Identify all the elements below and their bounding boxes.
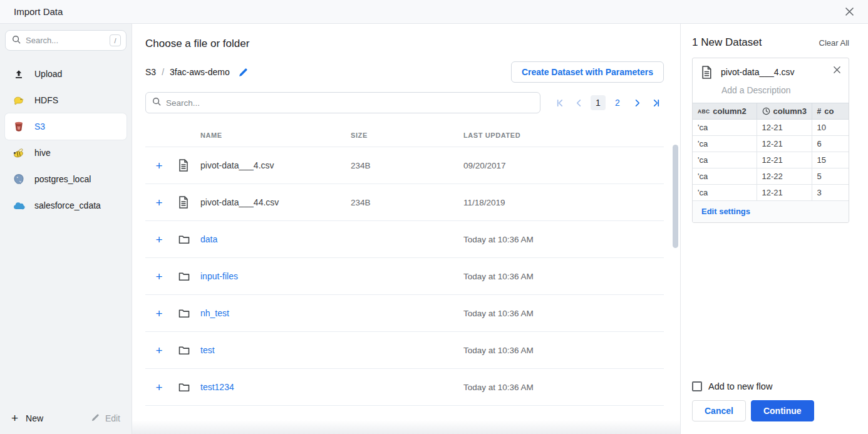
prev-page-icon[interactable]	[571, 95, 586, 110]
add-to-new-flow-checkbox-row[interactable]: Add to new flow	[692, 381, 849, 391]
preview-column-header: #co	[812, 103, 849, 119]
hive-bee-icon	[13, 148, 25, 158]
table-row[interactable]: +dataToday at 10:36 AM	[145, 221, 664, 258]
edit-settings-link[interactable]: Edit settings	[693, 201, 849, 222]
add-description-field[interactable]: Add a Description	[693, 81, 849, 103]
table-row[interactable]: +pivot-data___4.csv234B09/20/2017	[145, 147, 664, 184]
add-dataset-plus-icon[interactable]: +	[155, 307, 162, 319]
create-dataset-with-parameters-button[interactable]: Create Dataset with Parameters	[511, 61, 664, 83]
sidebar-item-upload[interactable]: Upload	[5, 61, 127, 87]
last-updated: Today at 10:36 AM	[463, 272, 664, 281]
sidebar-item-postgres_local[interactable]: postgres_local	[5, 166, 127, 192]
file-icon	[173, 159, 198, 172]
cancel-button[interactable]: Cancel	[692, 400, 746, 421]
last-updated: Today at 10:36 AM	[463, 235, 664, 244]
file-size: 234B	[351, 198, 463, 207]
folder-link[interactable]: nh_test	[198, 308, 351, 318]
first-page-icon[interactable]	[552, 95, 567, 110]
preview-cell: 'ca	[693, 184, 757, 200]
postgres-elephant-icon	[13, 173, 25, 185]
preview-column-label: column3	[773, 106, 807, 116]
next-page-icon[interactable]	[629, 95, 644, 110]
file-name: pivot-data___4.csv	[198, 160, 351, 170]
preview-cell: 'ca	[693, 168, 757, 184]
folder-link[interactable]: input-files	[198, 271, 351, 281]
file-icon	[701, 66, 712, 81]
file-search[interactable]	[145, 92, 540, 113]
sidebar-item-label: S3	[34, 121, 45, 132]
new-connection-button[interactable]: + New	[11, 412, 43, 424]
dialog-title: Import Data	[14, 6, 63, 17]
last-updated: 09/20/2017	[463, 161, 664, 170]
last-page-icon[interactable]	[649, 95, 664, 110]
clear-all-link[interactable]: Clear All	[819, 38, 849, 48]
sidebar-item-label: hive	[34, 148, 51, 158]
add-dataset-plus-icon[interactable]: +	[155, 160, 162, 172]
add-dataset-plus-icon[interactable]: +	[155, 344, 162, 356]
sidebar-item-s3[interactable]: S3	[5, 113, 127, 140]
last-updated: 11/18/2019	[463, 198, 664, 207]
preview-column-header: ABCcolumn2	[693, 103, 757, 119]
preview-cell: 5	[812, 168, 849, 184]
file-icon	[173, 196, 198, 209]
folder-link[interactable]: test1234	[198, 382, 351, 392]
pencil-icon	[91, 413, 100, 424]
import-data-dialog: Import Data / UploadHDFSS3hivepostgres_l…	[0, 0, 868, 434]
sidebar-item-salesforce_cdata[interactable]: salesforce_cdata	[5, 192, 127, 219]
panel-heading: Choose a file or folder	[145, 38, 664, 50]
file-table-body: +pivot-data___4.csv234B09/20/2017+pivot-…	[145, 147, 664, 406]
table-row[interactable]: +nh_testToday at 10:36 AM	[145, 295, 664, 332]
dialog-content: / UploadHDFSS3hivepostgres_localsalesfor…	[0, 24, 868, 434]
folder-icon	[173, 309, 198, 318]
preview-column-label: co	[824, 106, 834, 116]
sidebar-item-label: salesforce_cdata	[34, 200, 101, 210]
scrollbar-thumb[interactable]	[673, 145, 678, 248]
dataset-filename: pivot-data___4.csv	[721, 67, 795, 77]
plus-icon: +	[11, 412, 18, 424]
sidebar-search[interactable]: /	[5, 30, 127, 51]
add-dataset-plus-icon[interactable]: +	[155, 234, 162, 245]
file-search-input[interactable]	[166, 98, 534, 108]
page-2-button[interactable]: 2	[610, 95, 625, 110]
continue-button[interactable]: Continue	[751, 400, 814, 421]
preview-cell: 12-22	[757, 168, 812, 184]
table-row[interactable]: +testToday at 10:36 AM	[145, 332, 664, 369]
edit-path-pencil-icon[interactable]	[238, 67, 249, 78]
header-last-updated: LAST UPDATED	[463, 132, 664, 139]
panel-actions: Cancel Continue	[692, 400, 849, 421]
connections-sidebar: / UploadHDFSS3hivepostgres_localsalesfor…	[0, 24, 132, 434]
preview-row: 'ca12-216	[693, 135, 849, 152]
breadcrumb-current: 3fac-aws-demo	[170, 67, 230, 77]
sidebar-search-input[interactable]	[26, 36, 110, 45]
dialog-header: Import Data	[0, 0, 868, 24]
clock-icon	[762, 107, 770, 115]
last-updated: Today at 10:36 AM	[463, 346, 664, 355]
dataset-card: pivot-data___4.csv Add a Description ABC…	[692, 58, 849, 223]
new-dataset-panel: 1 New Dataset Clear All pivot-data___4.c…	[680, 24, 868, 434]
breadcrumb-root[interactable]: S3	[145, 67, 156, 77]
checkbox-unchecked-icon[interactable]	[692, 381, 702, 391]
page-1-button[interactable]: 1	[591, 95, 606, 110]
table-row[interactable]: +test1234Today at 10:36 AM	[145, 369, 664, 406]
add-dataset-plus-icon[interactable]: +	[155, 381, 162, 393]
table-row[interactable]: +pivot-data___44.csv234B11/18/2019	[145, 184, 664, 221]
edit-connection-button[interactable]: Edit	[91, 413, 120, 424]
new-dataset-title: 1 New Dataset	[692, 36, 762, 49]
remove-dataset-icon[interactable]	[833, 66, 841, 74]
folder-link[interactable]: data	[198, 234, 351, 244]
number-type-icon: #	[817, 107, 822, 116]
folder-link[interactable]: test	[198, 345, 351, 355]
file-browser-panel: Choose a file or folder S3 / 3fac-aws-de…	[132, 24, 680, 434]
file-table: NAME SIZE LAST UPDATED +pivot-data___4.c…	[145, 123, 664, 434]
add-dataset-plus-icon[interactable]: +	[155, 271, 162, 282]
close-icon[interactable]	[845, 7, 854, 16]
edit-connection-label: Edit	[105, 413, 120, 423]
preview-cell: 12-21	[757, 152, 812, 168]
add-dataset-plus-icon[interactable]: +	[155, 197, 162, 209]
table-row[interactable]: +input-filesToday at 10:36 AM	[145, 258, 664, 295]
sidebar-item-hdfs[interactable]: HDFS	[5, 87, 127, 113]
dataset-preview-table: ABCcolumn2column3#co 'ca12-2110'ca12-216…	[693, 103, 849, 201]
sidebar-item-hive[interactable]: hive	[5, 140, 127, 166]
folder-icon	[173, 346, 198, 355]
slash-shortcut-badge: /	[110, 34, 121, 46]
